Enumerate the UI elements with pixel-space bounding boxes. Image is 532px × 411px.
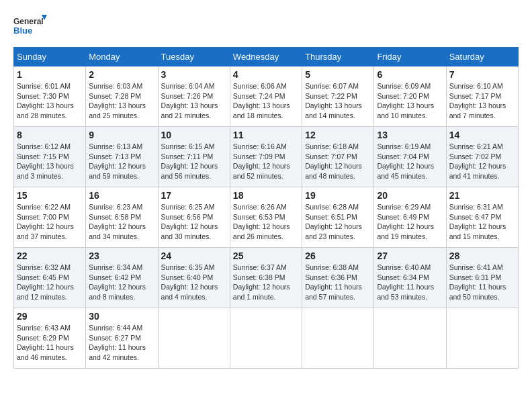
- cell-info: Sunrise: 6:41 AMSunset: 6:31 PMDaylight:…: [449, 263, 515, 302]
- day-number: 7: [449, 69, 515, 80]
- calendar-cell: [158, 308, 230, 369]
- header-thursday: Thursday: [302, 48, 374, 66]
- day-number: 22: [17, 250, 83, 261]
- cell-info: Sunrise: 6:13 AMSunset: 7:13 PMDaylight:…: [89, 142, 154, 181]
- calendar-cell: 12Sunrise: 6:18 AMSunset: 7:07 PMDayligh…: [302, 127, 374, 187]
- day-number: 3: [161, 69, 227, 80]
- cell-info: Sunrise: 6:40 AMSunset: 6:34 PMDaylight:…: [377, 263, 443, 302]
- day-number: 6: [377, 69, 443, 80]
- day-number: 30: [89, 311, 154, 322]
- cell-info: Sunrise: 6:15 AMSunset: 7:11 PMDaylight:…: [161, 142, 227, 181]
- page-header: General Blue: [13, 13, 519, 40]
- calendar-cell: 20Sunrise: 6:29 AMSunset: 6:49 PMDayligh…: [374, 187, 446, 248]
- day-number: 19: [305, 190, 371, 201]
- logo: General Blue: [13, 13, 47, 40]
- calendar-cell: 27Sunrise: 6:40 AMSunset: 6:34 PMDayligh…: [374, 248, 446, 308]
- week-row-4: 22Sunrise: 6:32 AMSunset: 6:45 PMDayligh…: [14, 248, 519, 308]
- calendar-cell: 18Sunrise: 6:26 AMSunset: 6:53 PMDayligh…: [230, 187, 302, 248]
- week-row-1: 1Sunrise: 6:01 AMSunset: 7:30 PMDaylight…: [14, 66, 519, 127]
- week-row-5: 29Sunrise: 6:43 AMSunset: 6:29 PMDayligh…: [14, 308, 519, 369]
- calendar-cell: [230, 308, 302, 369]
- day-number: 17: [161, 190, 227, 201]
- cell-info: Sunrise: 6:21 AMSunset: 7:02 PMDaylight:…: [449, 142, 515, 181]
- day-number: 5: [305, 69, 371, 80]
- cell-info: Sunrise: 6:12 AMSunset: 7:15 PMDaylight:…: [17, 142, 83, 181]
- calendar-cell: 24Sunrise: 6:35 AMSunset: 6:40 PMDayligh…: [158, 248, 230, 308]
- cell-info: Sunrise: 6:18 AMSunset: 7:07 PMDaylight:…: [305, 142, 371, 181]
- day-number: 9: [89, 130, 154, 140]
- calendar-cell: 5Sunrise: 6:07 AMSunset: 7:22 PMDaylight…: [302, 66, 374, 127]
- cell-info: Sunrise: 6:29 AMSunset: 6:49 PMDaylight:…: [377, 202, 443, 242]
- cell-info: Sunrise: 6:03 AMSunset: 7:28 PMDaylight:…: [89, 81, 154, 121]
- calendar-cell: 28Sunrise: 6:41 AMSunset: 6:31 PMDayligh…: [446, 248, 518, 308]
- calendar-cell: 17Sunrise: 6:25 AMSunset: 6:56 PMDayligh…: [158, 187, 230, 248]
- calendar-cell: 4Sunrise: 6:06 AMSunset: 7:24 PMDaylight…: [230, 66, 302, 127]
- cell-info: Sunrise: 6:16 AMSunset: 7:09 PMDaylight:…: [233, 142, 299, 181]
- cell-info: Sunrise: 6:43 AMSunset: 6:29 PMDaylight:…: [17, 323, 83, 363]
- cell-info: Sunrise: 6:35 AMSunset: 6:40 PMDaylight:…: [161, 263, 227, 302]
- day-number: 26: [305, 250, 371, 261]
- calendar-cell: 22Sunrise: 6:32 AMSunset: 6:45 PMDayligh…: [14, 248, 86, 308]
- cell-info: Sunrise: 6:07 AMSunset: 7:22 PMDaylight:…: [305, 81, 371, 121]
- calendar-cell: 7Sunrise: 6:10 AMSunset: 7:17 PMDaylight…: [446, 66, 518, 127]
- cell-info: Sunrise: 6:19 AMSunset: 7:04 PMDaylight:…: [377, 142, 443, 181]
- calendar-cell: [302, 308, 374, 369]
- calendar-cell: 10Sunrise: 6:15 AMSunset: 7:11 PMDayligh…: [158, 127, 230, 187]
- calendar-cell: 14Sunrise: 6:21 AMSunset: 7:02 PMDayligh…: [446, 127, 518, 187]
- day-number: 28: [449, 250, 515, 261]
- calendar-cell: 8Sunrise: 6:12 AMSunset: 7:15 PMDaylight…: [14, 127, 86, 187]
- day-number: 12: [305, 130, 371, 140]
- day-number: 23: [89, 250, 154, 261]
- header-saturday: Saturday: [446, 48, 518, 66]
- header-wednesday: Wednesday: [230, 48, 302, 66]
- cell-info: Sunrise: 6:04 AMSunset: 7:26 PMDaylight:…: [161, 81, 227, 121]
- calendar-cell: 30Sunrise: 6:44 AMSunset: 6:27 PMDayligh…: [86, 308, 158, 369]
- week-row-3: 15Sunrise: 6:22 AMSunset: 7:00 PMDayligh…: [14, 187, 519, 248]
- day-number: 29: [17, 311, 83, 322]
- week-row-2: 8Sunrise: 6:12 AMSunset: 7:15 PMDaylight…: [14, 127, 519, 187]
- calendar-cell: 29Sunrise: 6:43 AMSunset: 6:29 PMDayligh…: [14, 308, 86, 369]
- day-number: 20: [377, 190, 443, 201]
- day-number: 11: [233, 130, 299, 140]
- calendar-cell: 19Sunrise: 6:28 AMSunset: 6:51 PMDayligh…: [302, 187, 374, 248]
- calendar-cell: 11Sunrise: 6:16 AMSunset: 7:09 PMDayligh…: [230, 127, 302, 187]
- calendar-cell: [446, 308, 518, 369]
- cell-info: Sunrise: 6:38 AMSunset: 6:36 PMDaylight:…: [305, 263, 371, 302]
- cell-info: Sunrise: 6:32 AMSunset: 6:45 PMDaylight:…: [17, 263, 83, 302]
- header-friday: Friday: [374, 48, 446, 66]
- logo-svg: General Blue: [13, 13, 47, 40]
- header-tuesday: Tuesday: [158, 48, 230, 66]
- day-number: 21: [449, 190, 515, 201]
- day-number: 2: [89, 69, 154, 80]
- cell-info: Sunrise: 6:01 AMSunset: 7:30 PMDaylight:…: [17, 81, 83, 121]
- day-number: 16: [89, 190, 154, 201]
- day-number: 25: [233, 250, 299, 261]
- calendar-cell: 21Sunrise: 6:31 AMSunset: 6:47 PMDayligh…: [446, 187, 518, 248]
- cell-info: Sunrise: 6:44 AMSunset: 6:27 PMDaylight:…: [89, 323, 154, 363]
- day-number: 4: [233, 69, 299, 80]
- cell-info: Sunrise: 6:10 AMSunset: 7:17 PMDaylight:…: [449, 81, 515, 121]
- cell-info: Sunrise: 6:25 AMSunset: 6:56 PMDaylight:…: [161, 202, 227, 242]
- cell-info: Sunrise: 6:23 AMSunset: 6:58 PMDaylight:…: [89, 202, 154, 242]
- day-number: 15: [17, 190, 83, 201]
- calendar-cell: 23Sunrise: 6:34 AMSunset: 6:42 PMDayligh…: [86, 248, 158, 308]
- svg-text:Blue: Blue: [13, 26, 32, 36]
- day-number: 10: [161, 130, 227, 140]
- cell-info: Sunrise: 6:22 AMSunset: 7:00 PMDaylight:…: [17, 202, 83, 242]
- calendar-cell: 9Sunrise: 6:13 AMSunset: 7:13 PMDaylight…: [86, 127, 158, 187]
- calendar-cell: 15Sunrise: 6:22 AMSunset: 7:00 PMDayligh…: [14, 187, 86, 248]
- cell-info: Sunrise: 6:26 AMSunset: 6:53 PMDaylight:…: [233, 202, 299, 242]
- day-number: 8: [17, 130, 83, 140]
- cell-info: Sunrise: 6:34 AMSunset: 6:42 PMDaylight:…: [89, 263, 154, 302]
- day-number: 13: [377, 130, 443, 140]
- svg-text:General: General: [13, 17, 44, 26]
- calendar-cell: 16Sunrise: 6:23 AMSunset: 6:58 PMDayligh…: [86, 187, 158, 248]
- calendar-table: SundayMondayTuesdayWednesdayThursdayFrid…: [13, 47, 519, 369]
- cell-info: Sunrise: 6:09 AMSunset: 7:20 PMDaylight:…: [377, 81, 443, 121]
- cell-info: Sunrise: 6:06 AMSunset: 7:24 PMDaylight:…: [233, 81, 299, 121]
- header-row: SundayMondayTuesdayWednesdayThursdayFrid…: [14, 48, 519, 66]
- cell-info: Sunrise: 6:37 AMSunset: 6:38 PMDaylight:…: [233, 263, 299, 302]
- header-monday: Monday: [86, 48, 158, 66]
- calendar-cell: 1Sunrise: 6:01 AMSunset: 7:30 PMDaylight…: [14, 66, 86, 127]
- calendar-cell: [374, 308, 446, 369]
